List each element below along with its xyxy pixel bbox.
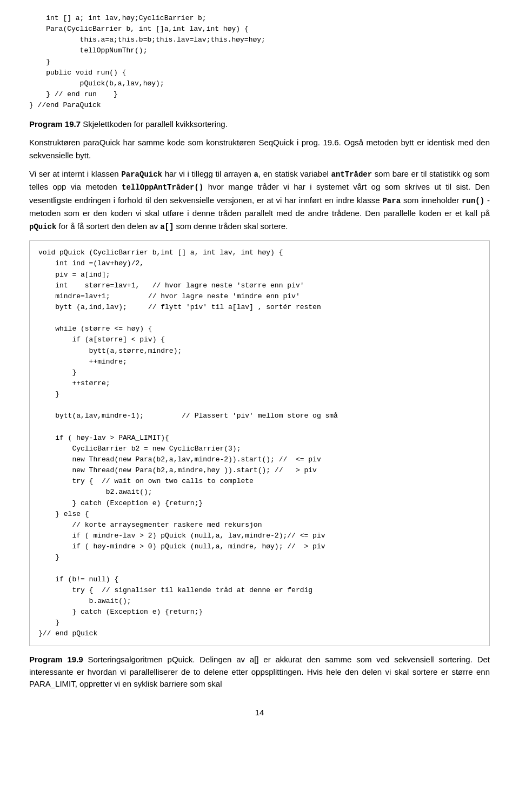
code-a: a [254,170,258,179]
program-label-1: Program 19.7 [29,119,81,129]
program-text-1: Skjelettkoden for parallell kvikksorteri… [81,119,228,129]
code-array: a[] [160,223,174,231]
paragraph-2: Vi ser at internt i klassen ParaQuick ha… [29,167,490,233]
program-caption-2: Program 19.9 Sorteringsalgoritmen pQuick… [29,654,490,690]
code-run: run() [462,197,484,205]
code-paraquick: ParaQuick [121,170,162,179]
page-number: 14 [29,707,490,719]
program-caption-2-text: Sorteringsalgoritmen pQuick. Delingen av… [29,655,490,688]
code-anttraader: antTråder [331,170,372,179]
code-telloppanttraader: tellOppAntTråder() [122,183,203,192]
top-code-block: int [] a; int lav,høy;CyclicBarrier b; P… [29,10,490,114]
program-label-2: Program 19.9 [29,655,83,664]
code-pquick: pQuick [29,223,56,231]
paragraph-1: Konstruktøren paraQuick har samme kode s… [29,136,490,162]
code-para: Para [382,197,401,205]
program-caption-1: Program 19.7 Skjelettkoden for parallell… [29,118,490,131]
main-code-block: void pQuick (CyclicBarrier b,int [] a, i… [29,240,490,646]
